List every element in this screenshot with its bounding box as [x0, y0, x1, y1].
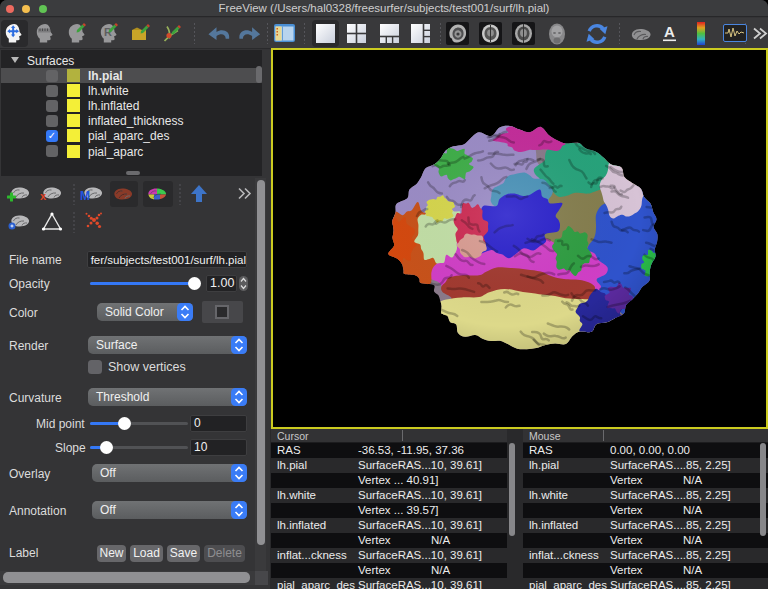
svg-text:A: A [664, 23, 675, 40]
svg-text:M: M [80, 189, 90, 203]
svg-text:x: x [40, 190, 47, 202]
